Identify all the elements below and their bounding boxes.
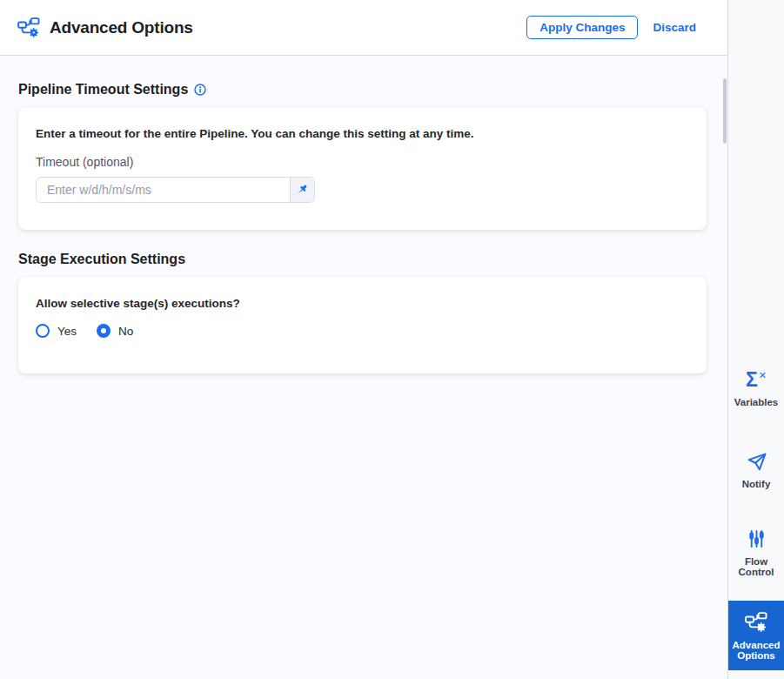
- apply-changes-button[interactable]: Apply Changes: [526, 16, 638, 39]
- paper-plane-icon: [746, 450, 767, 473]
- sidebar-item-flow-control[interactable]: Flow Control: [728, 528, 784, 577]
- vertical-scrollbar-thumb[interactable]: [723, 78, 727, 144]
- right-toolbar: Σ✕ Variables Notify Flow Control: [727, 0, 784, 679]
- radio-option-no[interactable]: No: [97, 324, 133, 338]
- stage-execution-card: Allow selective stage(s) executions? Yes…: [18, 277, 707, 373]
- radio-circle[interactable]: [36, 324, 50, 338]
- timeout-field-label: Timeout (optional): [36, 155, 689, 169]
- sliders-icon: [747, 528, 767, 550]
- timeout-input[interactable]: [37, 178, 290, 202]
- pipeline-timeout-heading-row: Pipeline Timeout Settings: [18, 82, 707, 97]
- pushpin-icon: [296, 184, 309, 197]
- page-title: Advanced Options: [50, 18, 193, 37]
- radio-label: Yes: [57, 325, 77, 338]
- settings-content: Pipeline Timeout Settings Enter a timeou…: [0, 56, 727, 373]
- stage-execution-heading: Stage Execution Settings: [18, 252, 185, 267]
- pin-input-type-button[interactable]: [290, 178, 314, 202]
- advanced-options-panel: Advanced Options Apply Changes Discard P…: [0, 0, 784, 679]
- discard-link[interactable]: Discard: [653, 21, 696, 34]
- pipeline-timeout-card: Enter a timeout for the entire Pipeline.…: [18, 107, 707, 230]
- sigma-x-icon: Σ✕: [746, 368, 767, 391]
- timeout-description: Enter a timeout for the entire Pipeline.…: [36, 127, 689, 140]
- selective-stages-question: Allow selective stage(s) executions?: [36, 297, 689, 310]
- radio-circle[interactable]: [97, 324, 111, 338]
- selective-stages-radio-group: Yes No: [36, 324, 689, 338]
- pipeline-gear-icon: [745, 610, 767, 633]
- sidebar-item-advanced-options[interactable]: Advanced Options: [728, 601, 784, 670]
- stage-execution-heading-row: Stage Execution Settings: [18, 252, 707, 267]
- main-panel: Advanced Options Apply Changes Discard P…: [0, 0, 727, 679]
- header-actions: Apply Changes Discard: [526, 16, 696, 39]
- panel-header: Advanced Options Apply Changes Discard: [0, 0, 727, 56]
- pipeline-gear-icon: [17, 17, 41, 38]
- pipeline-timeout-heading: Pipeline Timeout Settings: [18, 82, 188, 97]
- timeout-input-group: [36, 177, 315, 203]
- sidebar-item-notify[interactable]: Notify: [728, 450, 784, 489]
- radio-option-yes[interactable]: Yes: [36, 324, 77, 338]
- sidebar-item-variables[interactable]: Σ✕ Variables: [728, 368, 784, 407]
- radio-label: No: [118, 325, 133, 338]
- info-circle-icon[interactable]: [194, 84, 206, 96]
